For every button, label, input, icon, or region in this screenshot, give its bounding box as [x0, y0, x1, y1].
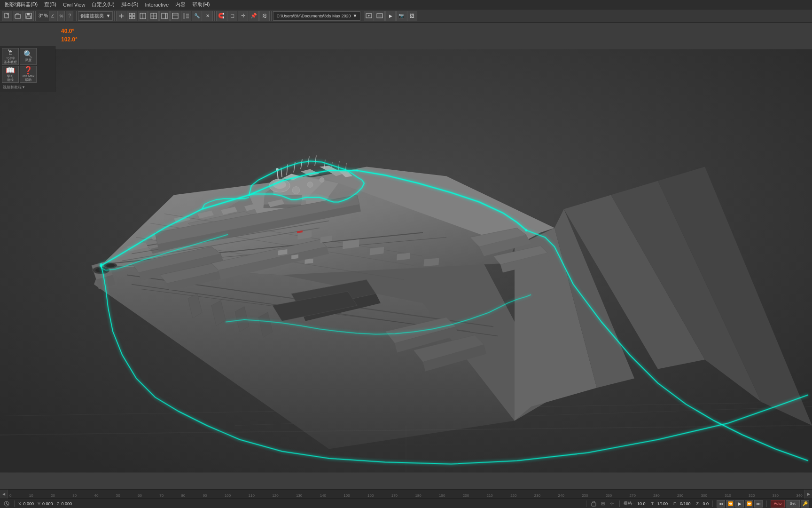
lock-icon[interactable] [590, 500, 598, 508]
snap-icon[interactable]: ⊞ [599, 500, 607, 508]
status-sep1 [14, 500, 15, 507]
svg-rect-0 [5, 13, 8, 18]
view-mode-btn1[interactable] [116, 11, 126, 21]
view-mode-btn2[interactable] [127, 11, 137, 21]
render-btn3[interactable]: ▶ [385, 11, 396, 21]
menu-script[interactable]: 脚本(S) [118, 0, 141, 8]
status-grid-section: ⊞ ⊹ [590, 500, 616, 508]
svg-rect-150 [592, 503, 596, 506]
svg-point-110 [106, 264, 115, 268]
help-ref-button[interactable]: ? [66, 11, 73, 21]
svg-rect-10 [129, 16, 132, 19]
svg-rect-4 [27, 13, 30, 15]
svg-rect-18 [166, 13, 167, 19]
menu-customize[interactable]: 自定义(U) [89, 0, 117, 8]
svg-rect-8 [129, 13, 132, 16]
status-coords: X: 0.000 Y: 0.000 Z: 0.000 [18, 501, 72, 506]
sep3 [114, 11, 115, 21]
menu-renderer[interactable]: 图影编辑器(D) [2, 0, 40, 8]
camera-btn[interactable]: 📷 [396, 11, 406, 21]
link2-btn[interactable]: ⛓ [259, 11, 270, 21]
sep5 [271, 11, 272, 21]
timeline-next-btn[interactable]: ▶ [804, 490, 812, 499]
auto-key-btn[interactable]: Auto [771, 500, 785, 508]
save-button[interactable] [23, 11, 34, 21]
goto-start-btn[interactable]: ⏮ [717, 500, 725, 508]
status-sep2 [586, 500, 586, 507]
view-btn4[interactable]: 🖼 [407, 11, 417, 21]
svg-point-121 [292, 187, 300, 194]
side-panel: 🖱 1分钟 基本教程 🔍 深度 📖 学习 途径 ❓ [0, 46, 55, 92]
status-sep4 [712, 500, 713, 507]
pin-btn[interactable]: 📌 [249, 11, 259, 21]
svg-rect-11 [133, 16, 135, 19]
viewport-coordinates: 40.0° 102.0° [61, 27, 78, 44]
toolbar: 3° % ∠ % ? 创建连接类 ▼ 🔧 ✕ 🧲 ◻ ✛ 📌 ⛓ C [0, 9, 812, 23]
set-key-btn[interactable]: Set [786, 500, 800, 508]
percent-snap-display: % [44, 13, 48, 18]
prev-frame-btn[interactable]: ⏪ [726, 500, 734, 508]
sep4 [214, 11, 215, 21]
svg-rect-9 [133, 13, 135, 16]
ship-3d-viewport[interactable] [0, 23, 812, 499]
viewport-area[interactable]: 🖱 1分钟 基本教程 🔍 深度 📖 学习 途径 ❓ [0, 23, 812, 499]
key-filters-btn[interactable]: 🔑 [801, 500, 809, 508]
scene-path-display: C:\Users\BM\Documents\3ds Max 2020 ▼ [273, 11, 360, 21]
extra-btn[interactable]: ✕ [203, 11, 213, 21]
svg-point-142 [248, 194, 250, 196]
svg-line-1 [7, 13, 8, 15]
side-panel-row2: 📖 学习 途径 ❓ 3ds Max 帮助 [2, 66, 54, 83]
svg-point-140 [100, 264, 102, 267]
tools-btn[interactable]: 🔧 [192, 11, 202, 21]
svg-point-143 [356, 170, 358, 172]
timeline-ruler[interactable]: // Generate ticks - will be done via inl… [8, 490, 804, 499]
grid-icon[interactable]: ⊹ [608, 500, 616, 508]
coord-x-value: 40.0° [61, 27, 78, 35]
open-button[interactable] [13, 11, 23, 21]
svg-rect-21 [183, 13, 185, 19]
sep6 [362, 11, 362, 21]
view-mode-btn5[interactable] [159, 11, 170, 21]
status-bar: X: 0.000 Y: 0.000 Z: 0.000 ⊞ ⊹ 栅格= 10.0 … [0, 499, 812, 508]
sep2 [76, 11, 77, 21]
status-sep5 [766, 500, 767, 507]
quick-tutorial-btn[interactable]: 🖱 1分钟 基本教程 [2, 48, 19, 65]
angle-snap-button[interactable]: ∠ [49, 11, 56, 21]
play-btn[interactable]: ▶ [735, 500, 744, 508]
depth-btn[interactable]: 🔍 深度 [20, 48, 37, 65]
timeline-bar[interactable]: ◀ // Generate ticks - will be done via i… [0, 489, 812, 499]
menu-content[interactable]: 内容 [172, 0, 188, 8]
timeline-prev-btn[interactable]: ◀ [0, 490, 8, 499]
video-tutorials-link[interactable]: 视频和教程▼ [2, 85, 54, 90]
svg-rect-17 [162, 13, 165, 19]
menu-civilview[interactable]: Civil View [60, 1, 88, 8]
playback-controls: ⏮ ⏪ ▶ ⏩ ⏭ [717, 500, 763, 508]
scene-explorer-btn[interactable] [181, 11, 191, 21]
svg-rect-2 [15, 15, 21, 18]
menu-view[interactable]: 查(B) [41, 0, 59, 8]
coord-y-value: 102.0° [61, 35, 78, 44]
render-frame-btn[interactable] [364, 11, 374, 21]
view-mode-btn4[interactable] [148, 11, 159, 21]
move-btn[interactable]: ✛ [238, 11, 248, 21]
svg-point-122 [307, 182, 313, 188]
magnet-btn[interactable]: 🧲 [216, 11, 226, 21]
svg-rect-19 [172, 13, 178, 19]
view-layout-btn[interactable] [170, 11, 180, 21]
svg-point-123 [320, 178, 324, 183]
next-frame-btn[interactable]: ⏩ [745, 500, 753, 508]
menu-help[interactable]: 帮助(H) [189, 0, 212, 8]
svg-marker-26 [368, 15, 370, 16]
help-btn[interactable]: ❓ 3ds Max 帮助 [20, 66, 37, 83]
new-scene-button[interactable] [2, 11, 12, 21]
status-time-section: 栅格= 10.0 T: 1/100 F: 0/100 Z: 0.0 [624, 500, 709, 507]
render-btn2[interactable] [375, 11, 385, 21]
selection-btn[interactable]: ◻ [227, 11, 237, 21]
learn-btn[interactable]: 📖 学习 途径 [2, 66, 19, 83]
percent-snap-button[interactable]: % [57, 11, 65, 21]
view-mode-btn3[interactable] [138, 11, 148, 21]
goto-end-btn[interactable]: ⏭ [754, 500, 763, 508]
status-icon-left[interactable] [3, 500, 10, 508]
menu-interactive[interactable]: Interactive [142, 1, 172, 8]
create-connection-dropdown[interactable]: 创建连接类 ▼ [78, 11, 113, 21]
